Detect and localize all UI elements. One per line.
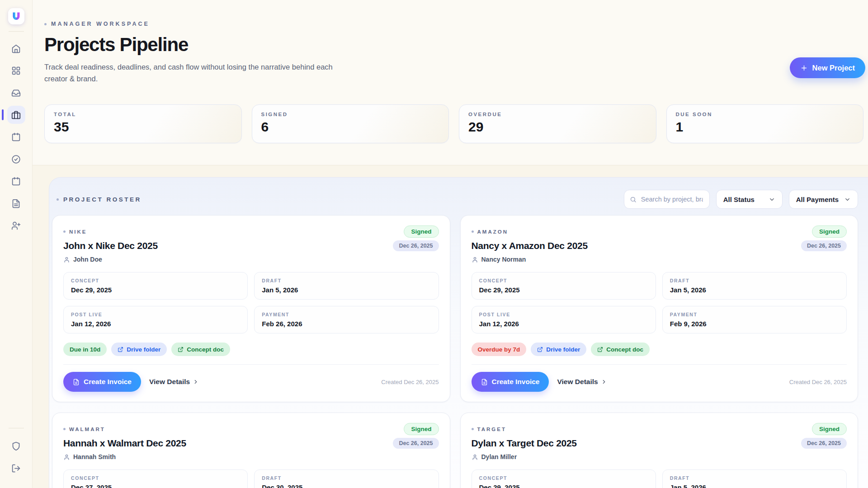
milestone-concept: CONCEPTDec 29, 2025 [63,272,248,300]
milestone-value: Dec 29, 2025 [479,483,648,488]
bullet-dot [63,428,66,430]
tag-drive-folder[interactable]: Drive folder [531,343,586,356]
plus-icon [800,64,808,72]
project-brand-label: NIKE [69,229,87,235]
milestones: CONCEPTDec 29, 2025DRAFTJan 5, 2026POST … [472,469,847,488]
external-link-icon [597,347,603,352]
status-badge: Signed [404,423,439,435]
workspace-eyebrow: MANAGER WORKSPACE [44,21,863,27]
creator: Hannah Smith [63,453,439,460]
sidebar-item-approvals[interactable] [7,150,25,168]
tag-label: Concept doc [187,346,224,353]
sidebar-item-home[interactable] [7,39,25,57]
milestone-concept: CONCEPTDec 27, 2025 [63,469,248,488]
tag-concept-doc[interactable]: Concept doc [171,343,230,356]
page-subtitle: Track deal readiness, deadlines, and cas… [44,61,337,84]
external-link-icon [178,347,184,352]
stat-card-total: TOTAL35 [44,104,242,143]
status-filter-value: All Status [723,196,755,203]
card-footer: Create InvoiceView DetailsCreated Dec 26… [472,372,847,392]
create-invoice-button[interactable]: Create Invoice [63,372,141,392]
card-divider [472,364,847,365]
project-title: Nancy x Amazon Dec 2025 [472,240,588,251]
create-invoice-label: Create Invoice [84,378,132,386]
search-input[interactable] [640,195,704,203]
search-box[interactable] [624,190,710,209]
user-icon [472,256,478,263]
tag-label: Drive folder [546,346,580,353]
sidebar-item-dashboard[interactable] [7,61,25,80]
milestone-label: DRAFT [262,475,431,481]
view-details-link[interactable]: View Details [149,378,199,386]
sidebar-item-security[interactable] [7,437,25,455]
date-badge: Dec 26, 2025 [393,438,439,449]
inbox-icon [11,88,21,98]
new-project-button[interactable]: New Project [790,57,865,78]
layout-grid-icon [11,66,21,75]
chevron-down-icon [763,196,775,203]
milestone-label: POST LIVE [479,312,648,317]
bullet-dot [57,198,59,201]
tag-label: Drive folder [127,346,160,353]
project-brand-label: TARGET [477,427,506,432]
status-filter-select[interactable]: All Status [716,190,783,209]
tag-concept-doc[interactable]: Concept doc [591,343,650,356]
project-brand: WALMART [63,427,105,432]
status-badge: Signed [812,423,847,435]
app-logo[interactable] [8,8,24,24]
roster-header: PROJECT ROSTER All Status [52,190,858,209]
sidebar-bottom [7,428,25,477]
sidebar-item-logout[interactable] [7,459,25,477]
sidebar-item-inbox[interactable] [7,84,25,102]
project-tags: Due in 10dDrive folderConcept doc [63,343,439,356]
home-icon [11,44,21,53]
roster-section-title: PROJECT ROSTER [57,196,142,203]
app-root: MANAGER WORKSPACE Projects Pipeline Trac… [0,0,868,488]
create-invoice-button[interactable]: Create Invoice [472,372,549,392]
milestone-label: CONCEPT [71,475,240,481]
milestone-value: Jan 5, 2026 [670,483,839,488]
milestone-payment: PAYMENTFeb 9, 2026 [662,306,847,333]
tag-due-in-10d: Due in 10d [63,343,107,356]
briefcase-icon [11,110,21,120]
search-icon [630,196,637,203]
project-title: Dylan x Target Dec 2025 [472,438,577,449]
stat-card-due-soon: DUE SOON1 [666,104,864,143]
stats-row: TOTAL35SIGNED6OVERDUE29DUE SOON1 [44,104,863,143]
user-plus-icon [11,221,21,230]
milestone-draft: DRAFTJan 5, 2026 [662,469,847,488]
milestone-label: CONCEPT [479,278,648,283]
stat-label: TOTAL [54,112,232,117]
creator: Dylan Miller [472,453,847,460]
sidebar-item-calendar[interactable] [7,128,25,146]
created-date: Created Dec 26, 2025 [789,379,847,385]
milestone-label: DRAFT [670,278,839,283]
main-area: MANAGER WORKSPACE Projects Pipeline Trac… [33,0,868,488]
user-icon [63,256,70,263]
view-details-link[interactable]: View Details [557,378,607,386]
milestone-value: Feb 9, 2026 [670,320,839,328]
milestone-post-live: POST LIVEJan 12, 2026 [472,306,656,333]
user-icon [63,454,70,460]
milestone-value: Dec 29, 2025 [479,286,648,294]
external-link-icon [537,347,543,352]
payments-filter-select[interactable]: All Payments [789,190,858,209]
milestone-concept: CONCEPTDec 29, 2025 [472,272,656,300]
project-title: John x Nike Dec 2025 [63,240,158,251]
sidebar-divider [9,31,24,32]
milestone-value: Dec 29, 2025 [71,286,240,294]
status-badge: Signed [404,225,439,238]
creator-name: Nancy Norman [481,256,526,263]
calendar-icon [11,132,21,142]
chevron-down-icon [839,196,851,203]
sidebar-item-projects[interactable] [7,106,25,124]
tag-label: Concept doc [606,346,643,353]
milestone-value: Dec 27, 2025 [71,483,240,488]
sidebar-item-documents[interactable] [7,194,25,212]
sidebar-item-invite[interactable] [7,216,25,235]
workspace-eyebrow-label: MANAGER WORKSPACE [51,21,150,27]
sidebar-item-schedule[interactable] [7,172,25,190]
chevron-right-icon [601,379,607,385]
tag-drive-folder[interactable]: Drive folder [111,343,167,356]
milestone-label: PAYMENT [262,312,431,317]
